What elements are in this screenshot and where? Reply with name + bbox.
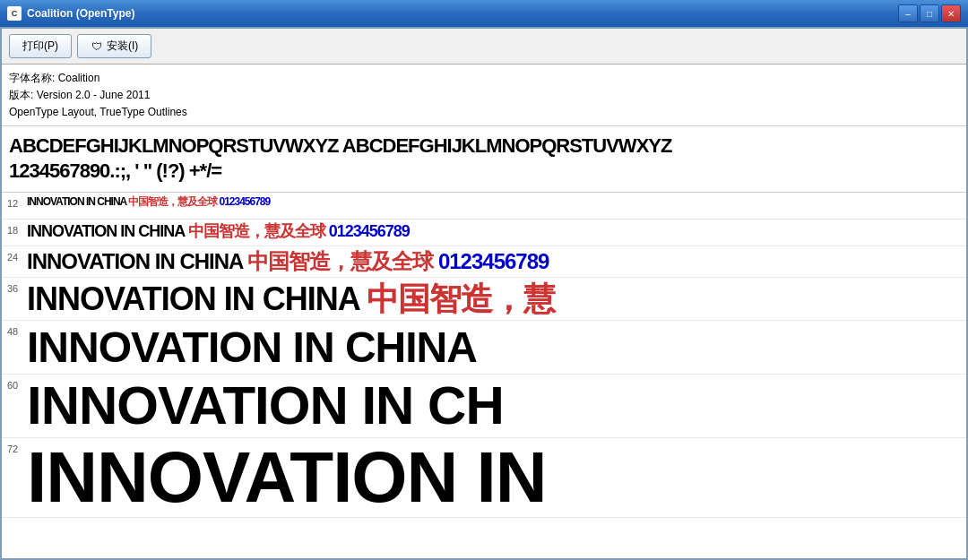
size-text-18: INNOVATION IN CHINA 中国智造，慧及全球 0123456789 xyxy=(27,220,966,244)
print-label: 打印(P) xyxy=(22,39,58,54)
latin-text-24: INNOVATION IN CHINA xyxy=(27,249,247,273)
install-label: 安装(I) xyxy=(107,39,138,54)
app-icon: C xyxy=(7,6,22,21)
print-button[interactable]: 打印(P) xyxy=(9,34,72,58)
preview-row-36: 36 INNOVATION IN CHINA 中国智造，慧 xyxy=(2,278,966,321)
chinese-text-12: 中国智造，慧及全球 xyxy=(128,195,219,208)
install-icon: 🛡 xyxy=(91,40,103,53)
font-version: 版本: Version 2.0 - June 2011 xyxy=(9,87,959,104)
minimize-button[interactable]: – xyxy=(898,4,918,22)
size-text-60: INNOVATION IN CH xyxy=(27,375,966,437)
latin-text-48: INNOVATION IN CHINA xyxy=(27,323,477,371)
maximize-button[interactable]: □ xyxy=(920,4,939,22)
latin-text-60: INNOVATION IN CH xyxy=(27,375,504,435)
close-button[interactable]: ✕ xyxy=(941,4,961,22)
preview-row-18: 18 INNOVATION IN CHINA 中国智造，慧及全球 0123456… xyxy=(2,220,966,246)
main-window: 打印(P) 🛡 安装(I) 字体名称: Coalition 版本: Versio… xyxy=(0,27,968,560)
size-text-72: INNOVATION IN xyxy=(27,438,966,517)
window-controls: – □ ✕ xyxy=(898,4,961,22)
install-button[interactable]: 🛡 安装(I) xyxy=(77,34,151,58)
title-bar: C Coalition (OpenType) – □ ✕ xyxy=(0,0,968,27)
size-label-60: 60 xyxy=(2,375,27,394)
numbers-text-18: 0123456789 xyxy=(329,222,410,240)
alphabet-row: ABCDEFGHIJKLMNOPQRSTUVWXYZ ABCDEFGHIJKLM… xyxy=(2,126,966,193)
chinese-text-18: 中国智造，慧及全球 xyxy=(188,222,329,240)
size-label-48: 48 xyxy=(2,321,27,340)
latin-text-72: INNOVATION IN xyxy=(27,438,547,517)
font-name: 字体名称: Coalition xyxy=(9,70,959,87)
font-preview-area[interactable]: ABCDEFGHIJKLMNOPQRSTUVWXYZ ABCDEFGHIJKLM… xyxy=(2,126,966,558)
numbers-text-12: 0123456789 xyxy=(219,195,270,208)
preview-row-48: 48 INNOVATION IN CHINA xyxy=(2,321,966,375)
numbers-text-24: 0123456789 xyxy=(438,249,549,273)
font-info: 字体名称: Coalition 版本: Version 2.0 - June 2… xyxy=(2,65,966,126)
preview-row-60: 60 INNOVATION IN CH xyxy=(2,375,966,438)
alphabet-line2: 1234567890.:;, ' " (!?) +*/= xyxy=(9,159,959,185)
latin-text-36: INNOVATION IN CHINA xyxy=(27,280,367,317)
app-icon-letter: C xyxy=(12,9,18,18)
size-label-12: 12 xyxy=(2,193,27,212)
latin-text-12: INNOVATION IN CHINA xyxy=(27,195,128,208)
latin-text-18: INNOVATION IN CHINA xyxy=(27,222,188,240)
size-text-36: INNOVATION IN CHINA 中国智造，慧 xyxy=(27,278,966,320)
toolbar: 打印(P) 🛡 安装(I) xyxy=(2,29,966,65)
title-bar-left: C Coalition (OpenType) xyxy=(7,6,134,21)
size-text-24: INNOVATION IN CHINA 中国智造，慧及全球 0123456789 xyxy=(27,246,966,277)
alphabet-line1: ABCDEFGHIJKLMNOPQRSTUVWXYZ ABCDEFGHIJKLM… xyxy=(9,134,959,159)
chinese-text-24: 中国智造，慧及全球 xyxy=(247,249,438,273)
chinese-text-36: 中国智造，慧 xyxy=(367,280,555,317)
preview-row-24: 24 INNOVATION IN CHINA 中国智造，慧及全球 0123456… xyxy=(2,246,966,278)
preview-row-12: 12 INNOVATION IN CHINA 中国智造，慧及全球 0123456… xyxy=(2,193,966,220)
size-label-24: 24 xyxy=(2,246,27,266)
size-text-12: INNOVATION IN CHINA 中国智造，慧及全球 0123456789 xyxy=(27,193,966,211)
font-type: OpenType Layout, TrueType Outlines xyxy=(9,104,959,121)
size-label-36: 36 xyxy=(2,278,27,297)
size-label-18: 18 xyxy=(2,220,27,239)
preview-row-72: 72 INNOVATION IN xyxy=(2,438,966,518)
size-label-72: 72 xyxy=(2,438,27,458)
size-text-48: INNOVATION IN CHINA xyxy=(27,321,966,374)
window-title: Coalition (OpenType) xyxy=(27,7,134,20)
